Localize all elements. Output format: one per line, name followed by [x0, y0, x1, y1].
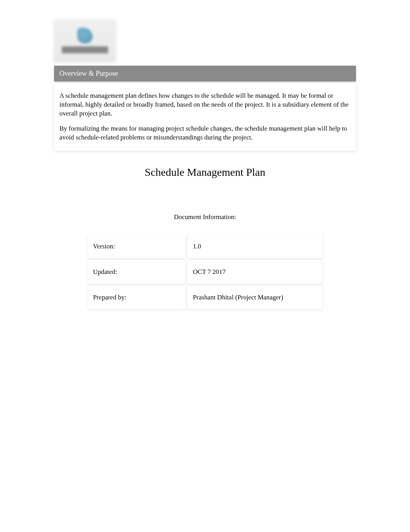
- info-label: Version:: [88, 235, 185, 258]
- table-row: Updated: OCT 7 2017: [88, 260, 322, 284]
- logo-icon: [77, 28, 93, 43]
- table-row: Prepared by: Prashant Dhital (Project Ma…: [88, 286, 322, 309]
- overview-paragraph-1: A schedule management plan defines how c…: [59, 92, 351, 118]
- section-body: A schedule management plan defines how c…: [54, 83, 356, 151]
- info-value: 1.0: [188, 235, 322, 258]
- info-value: Prashant Dhital (Project Manager): [188, 286, 322, 309]
- info-value: OCT 7 2017: [188, 260, 322, 284]
- info-label: Prepared by:: [88, 286, 185, 309]
- overview-paragraph-2: By formalizing the means for managing pr…: [59, 124, 351, 142]
- section-header: Overview & Purpose: [54, 66, 356, 82]
- document-info-label: Document Information:: [54, 213, 356, 221]
- logo-text: [62, 46, 108, 53]
- page-container: Overview & Purpose A schedule management…: [0, 0, 410, 311]
- document-info-table: Version: 1.0 Updated: OCT 7 2017 Prepare…: [85, 233, 325, 311]
- table-row: Version: 1.0: [88, 235, 322, 258]
- company-logo: [54, 19, 116, 62]
- document-title: Schedule Management Plan: [54, 166, 356, 178]
- info-label: Updated:: [88, 260, 185, 284]
